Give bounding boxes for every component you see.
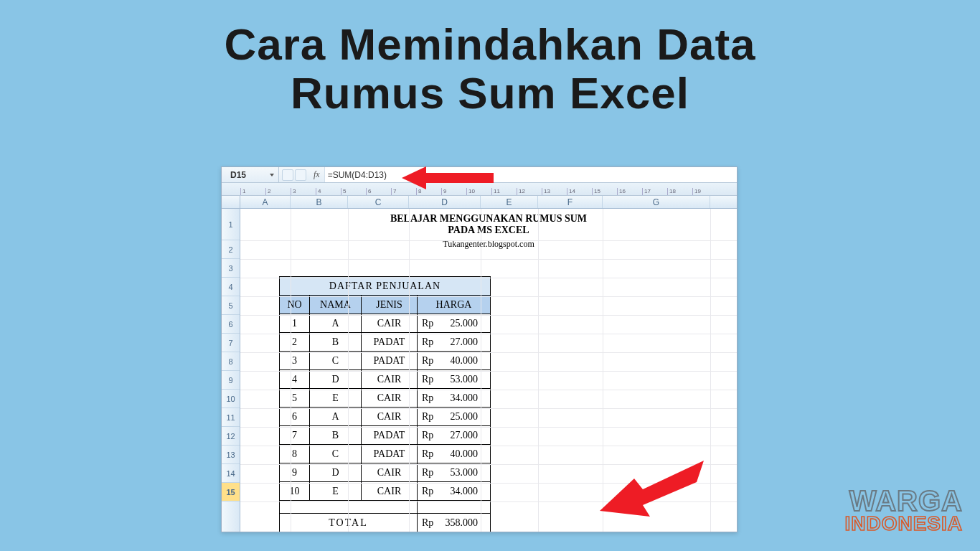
- cell-no[interactable]: 6: [280, 408, 310, 426]
- column-header[interactable]: G: [603, 196, 710, 208]
- ruler-tick: 3: [291, 188, 316, 195]
- cell-nama[interactable]: D: [310, 463, 362, 482]
- enter-icon[interactable]: [295, 169, 306, 181]
- formula-bar: D15 fx =SUM(D4:D13): [222, 167, 737, 183]
- cell-harga[interactable]: Rp40.000: [418, 352, 491, 370]
- row-header[interactable]: 4: [222, 278, 240, 296]
- cell-no[interactable]: 1: [280, 314, 310, 333]
- cell-harga[interactable]: Rp25.000: [418, 408, 491, 426]
- cell-no[interactable]: 9: [280, 463, 310, 482]
- ruler-tick: 19: [692, 188, 717, 195]
- ruler-tick: 17: [642, 188, 667, 195]
- col-header-nama: NAMA: [310, 296, 362, 314]
- total-value-cell[interactable]: Rp358.000: [418, 514, 491, 532]
- fx-icon[interactable]: fx: [309, 169, 324, 180]
- row-header[interactable]: 13: [222, 446, 240, 464]
- ruler-tick: 18: [667, 188, 692, 195]
- row-header[interactable]: 11: [222, 408, 240, 427]
- cell-harga[interactable]: Rp25.000: [418, 314, 491, 333]
- ruler-tick: 16: [617, 188, 642, 195]
- row-header[interactable]: 14: [222, 464, 240, 483]
- cell-no[interactable]: 2: [280, 333, 310, 352]
- ruler: 12345678910111213141516171819: [222, 183, 737, 196]
- column-header[interactable]: C: [348, 196, 409, 208]
- row-header[interactable]: 3: [222, 259, 240, 278]
- table-row: 3CPADATRp40.000: [280, 352, 491, 370]
- grid-area: 123456789101112131415 BELAJAR MENGGUNAKA…: [222, 209, 737, 532]
- table-row: 6ACAIRRp25.000: [280, 408, 491, 426]
- cell-harga[interactable]: Rp34.000: [418, 389, 491, 408]
- row-header[interactable]: 12: [222, 427, 240, 446]
- cell-no[interactable]: 8: [280, 445, 310, 463]
- row-header[interactable]: 5: [222, 296, 240, 315]
- table-header-row: NO NAMA JENIS HARGA: [280, 296, 491, 314]
- row-header[interactable]: 1: [222, 209, 240, 240]
- doc-title-2: PADA MS EXCEL: [240, 225, 737, 236]
- cell-nama[interactable]: E: [310, 389, 362, 408]
- ruler-tick: 1: [240, 188, 265, 195]
- cell-harga[interactable]: Rp27.000: [418, 333, 491, 352]
- cell-nama[interactable]: A: [310, 314, 362, 333]
- cell-nama[interactable]: B: [310, 333, 362, 352]
- cell-nama[interactable]: E: [310, 482, 362, 501]
- column-header[interactable]: F: [538, 196, 603, 208]
- cell-nama[interactable]: C: [310, 352, 362, 370]
- document-header: BELAJAR MENGGUNAKAN RUMUS SUM PADA MS EX…: [240, 209, 737, 250]
- cell-nama[interactable]: A: [310, 408, 362, 426]
- title-line-2: Rumus Sum Excel: [0, 69, 980, 118]
- cell-no[interactable]: 4: [280, 370, 310, 389]
- column-header[interactable]: B: [291, 196, 348, 208]
- row-header[interactable]: 9: [222, 371, 240, 390]
- cell-harga[interactable]: Rp34.000: [418, 482, 491, 501]
- name-box[interactable]: D15: [222, 167, 279, 182]
- row-header[interactable]: 8: [222, 352, 240, 371]
- cell-nama[interactable]: B: [310, 426, 362, 445]
- cell-nama[interactable]: D: [310, 370, 362, 389]
- cell-harga[interactable]: Rp53.000: [418, 463, 491, 482]
- table-row: 9DCAIRRp53.000: [280, 463, 491, 482]
- formula-input[interactable]: =SUM(D4:D13): [324, 167, 737, 182]
- table-row: 7BPADATRp27.000: [280, 426, 491, 445]
- cancel-icon[interactable]: [282, 169, 293, 181]
- row-header[interactable]: 15: [222, 483, 240, 501]
- ruler-tick: 13: [542, 188, 567, 195]
- ruler-tick: 2: [265, 188, 291, 195]
- column-header[interactable]: E: [481, 196, 538, 208]
- row-header[interactable]: 7: [222, 334, 240, 352]
- ruler-tick: 12: [517, 188, 542, 195]
- column-header[interactable]: D: [409, 196, 481, 208]
- spacer-row: [280, 501, 491, 514]
- row-header[interactable]: 10: [222, 390, 240, 408]
- table-row: 1ACAIRRp25.000: [280, 314, 491, 333]
- table-title-row: DAFTAR PENJUALAN: [280, 277, 491, 296]
- cell-no[interactable]: 5: [280, 389, 310, 408]
- row-header[interactable]: 6: [222, 315, 240, 334]
- cell-harga[interactable]: Rp27.000: [418, 426, 491, 445]
- watermark-line-2: INDONESIA: [844, 514, 963, 534]
- excel-window: D15 fx =SUM(D4:D13) 12345678910111213141…: [221, 166, 738, 532]
- table-row: 4DCAIRRp53.000: [280, 370, 491, 389]
- cell-no[interactable]: 10: [280, 482, 310, 501]
- row-headers: 123456789101112131415: [222, 209, 240, 532]
- cell-nama[interactable]: C: [310, 445, 362, 463]
- column-headers: ABCDEFG: [222, 196, 737, 209]
- cell-harga[interactable]: Rp53.000: [418, 370, 491, 389]
- ruler-tick: 5: [341, 188, 366, 195]
- ruler-tick: 7: [391, 188, 416, 195]
- ruler-tick: 10: [466, 188, 491, 195]
- select-all-corner[interactable]: [222, 196, 240, 208]
- table-row: 10ECAIRRp34.000: [280, 482, 491, 501]
- sheet[interactable]: BELAJAR MENGGUNAKAN RUMUS SUM PADA MS EX…: [240, 209, 737, 532]
- table-row: 2BPADATRp27.000: [280, 333, 491, 352]
- row-header[interactable]: 2: [222, 240, 240, 259]
- column-header[interactable]: A: [240, 196, 291, 208]
- ruler-tick: 8: [416, 188, 441, 195]
- cell-harga[interactable]: Rp40.000: [418, 445, 491, 463]
- cell-no[interactable]: 7: [280, 426, 310, 445]
- col-header-no: NO: [280, 296, 310, 314]
- table-title: DAFTAR PENJUALAN: [280, 277, 491, 296]
- ruler-tick: 6: [366, 188, 391, 195]
- title-line-1: Cara Memindahkan Data: [0, 20, 980, 69]
- cell-no[interactable]: 3: [280, 352, 310, 370]
- ruler-tick: 15: [592, 188, 617, 195]
